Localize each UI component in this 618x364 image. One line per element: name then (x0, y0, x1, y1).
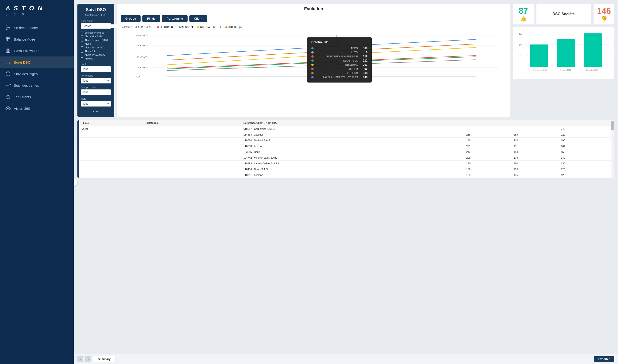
legend-others: OTHERS (225, 26, 238, 28)
filiale-section: Filiale Tout ▼ (81, 63, 111, 72)
checkbox-3[interactable] (81, 43, 83, 45)
legend-next-icon[interactable]: ▶ (239, 25, 242, 29)
kpi-card-left: 87 👍 (513, 4, 534, 25)
checkbox-5[interactable] (81, 50, 83, 52)
tab-groupe[interactable]: Groupe (121, 15, 141, 22)
client-item-7[interactable]: Antoine (81, 57, 111, 60)
client-label-4: Alves Baudry S.A. (85, 46, 105, 49)
cell-v2: 179 (511, 155, 559, 161)
legend-elec: ELECTRIQUE ... (157, 26, 177, 28)
tooltip-dot-industries (311, 59, 314, 62)
client-list: Sélectionner tout Alexandre SARL Allard … (81, 31, 111, 60)
dots-more: •• (96, 110, 99, 113)
tooltip-dot-others (311, 72, 314, 74)
tooltip-val-other: 90 (360, 67, 368, 71)
checkbox-2[interactable] (81, 39, 83, 41)
mois-label: Mois (81, 97, 111, 100)
search-box: 🔍 ✏️ (81, 23, 111, 29)
sidebar-nav: Se déconnecter Balance Agée Cash Follow … (0, 20, 74, 116)
cell-v3: 130 (559, 161, 606, 167)
svg-marker-15 (6, 95, 10, 99)
export-button[interactable]: Exporter (594, 356, 614, 362)
tooltip-val-industries: 112 (360, 59, 368, 62)
dso-societe-title: DSO Société (553, 12, 575, 16)
sidebar-item-logout[interactable]: Se déconnecter (0, 22, 74, 33)
portefeuille-dropdown[interactable]: Tout ▼ (81, 78, 111, 83)
table-scrollbar[interactable] (611, 120, 614, 178)
sidebar-item-suiviventes[interactable]: Suivi des ventes (0, 79, 74, 91)
tab-client[interactable]: Client (189, 15, 207, 22)
svg-text:0: 0 (136, 76, 140, 78)
sidebar-label-suiviventes: Suivi des ventes (14, 83, 39, 87)
cell-v2: 259 (511, 132, 559, 138)
legend-others-label: OTHERS (228, 26, 238, 28)
kpi-card-right: 146 👎 (593, 4, 614, 25)
checkbox-all[interactable] (81, 32, 83, 34)
client-label-3: Alves (85, 42, 91, 45)
tooltip-dot-internal (311, 64, 314, 66)
svg-text:400: 400 (136, 34, 148, 36)
sidebar-item-suividso[interactable]: Suivi DSO (0, 56, 74, 68)
kpi-column: 87 👍 DSO Société 146 👎 150 (513, 4, 614, 117)
cell-v2: 156 (511, 167, 559, 172)
table-left-bar (77, 120, 79, 178)
search-input[interactable] (82, 25, 117, 28)
tab-prev-button[interactable]: ‹ (77, 356, 83, 362)
col-scroll (606, 120, 611, 126)
client-item-all[interactable]: Sélectionner tout (81, 31, 111, 35)
tab-filiale[interactable]: Filiale (142, 15, 160, 22)
evolution-title: Evolution (117, 4, 510, 13)
tooltip-label-industries: INDUSTRIES (316, 59, 358, 62)
dso-filter-panel: Suivi DSO Montants en : EUR Nom client 🔍… (77, 4, 114, 117)
cell-v1: 190 (464, 161, 511, 167)
cell-v3: 153 (559, 149, 606, 155)
tooltip-val-others: 308 (360, 71, 368, 75)
mois-dropdown[interactable]: Tout ▼ (81, 101, 111, 106)
table-row: 134458 - Jacquet 289 259 229 (79, 132, 611, 138)
tooltip-dot-aero (311, 47, 314, 49)
checkbox-6[interactable] (81, 54, 83, 56)
top-row: Suivi DSO Montants en : EUR Nom client 🔍… (77, 4, 614, 117)
checkbox-4[interactable] (81, 46, 83, 49)
client-item-4[interactable]: Alves Baudry S.A. (81, 46, 111, 49)
tooltip-row-other: OTHER 90 (311, 67, 368, 71)
tab-next-button[interactable]: › (85, 356, 91, 362)
checkbox-1[interactable] (81, 35, 83, 38)
cell-v2: 160 (511, 161, 559, 167)
sidebar-item-topclients[interactable]: Top Clients (0, 91, 74, 103)
tab-summary[interactable]: Summary (93, 356, 116, 362)
cell-v1: 213 (464, 149, 511, 155)
checkbox-7[interactable] (81, 57, 83, 60)
cell-v3: 161 (559, 143, 606, 149)
sidebar-item-vision360[interactable]: Vision 360 (0, 103, 74, 114)
client-item-6[interactable]: Andre Pruvost SA (81, 53, 111, 57)
bottom-table-section: Filiale Portefeuille Référence Client - … (77, 120, 614, 178)
sidebar-item-cashfollowup[interactable]: Cash Follow UP (0, 45, 74, 56)
sidebar-item-balance[interactable]: Balance Agée (0, 33, 74, 45)
tooltip-dot-rails (311, 76, 314, 78)
client-item-2[interactable]: Allard Besnard SARL (81, 38, 111, 42)
filiale-dropdown[interactable]: Tout ▼ (81, 66, 111, 72)
tooltip-label-internal: INTERNAL (316, 63, 358, 66)
logout-icon (6, 25, 11, 30)
svg-text:150: 150 (519, 33, 522, 35)
table-scroll-area[interactable]: Filiale Portefeuille Référence Client - … (79, 120, 611, 178)
tooltip-val-elec: 118 (360, 55, 368, 58)
main-content: ‹ Suivi DSO Montants en : EUR Nom client… (74, 0, 618, 364)
client-item-5[interactable]: Alves S.A. (81, 49, 111, 53)
sidebar-item-suivilitiges[interactable]: Suivi des litiges (0, 68, 74, 79)
groupe-dropdown[interactable]: Tout ▼ (81, 90, 111, 95)
tab-portefeuille[interactable]: Portefeuille (162, 15, 188, 22)
client-item-3[interactable]: Alves (81, 42, 111, 46)
logo-title: A S T O N (6, 5, 68, 12)
legend-auto: AUTO (146, 26, 155, 28)
cell-scroll (606, 126, 611, 132)
cell-v2: 191 (511, 143, 559, 149)
client-item-1[interactable]: Alexandre SARL (81, 35, 111, 38)
svg-text:100: 100 (519, 44, 522, 46)
table-row: 118664 - Maillard S.A.S. 240 210 180 (79, 138, 611, 143)
dot-1 (93, 111, 94, 112)
legend-elec-label: ELECTRIQUE ... (160, 26, 177, 28)
groupe-arrow-icon: ▼ (107, 91, 109, 94)
table-row: 124742 - Valentin Lamy SARL 209 179 149 (79, 155, 611, 161)
